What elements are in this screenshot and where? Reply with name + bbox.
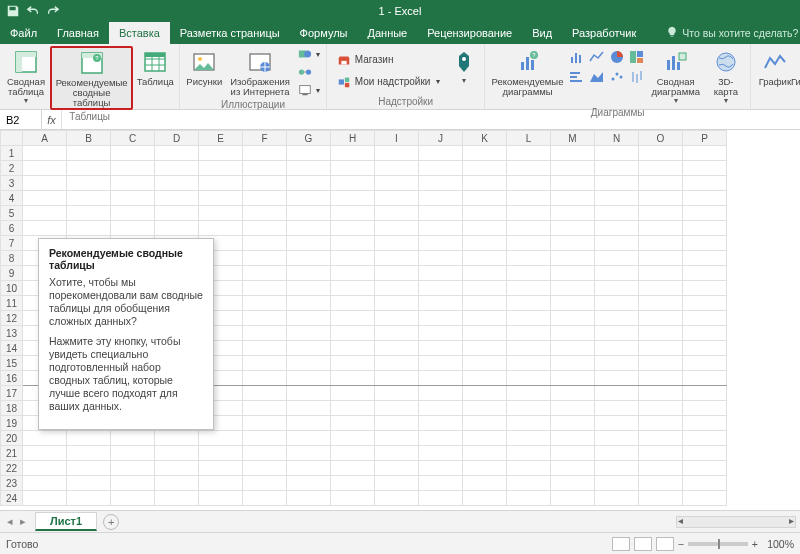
- add-sheet-button[interactable]: +: [103, 514, 119, 530]
- cell[interactable]: [507, 431, 551, 446]
- cell[interactable]: [331, 311, 375, 326]
- column-header[interactable]: B: [67, 131, 111, 146]
- cell[interactable]: [683, 146, 727, 161]
- cell[interactable]: [595, 146, 639, 161]
- cell[interactable]: [639, 251, 683, 266]
- cell[interactable]: [67, 161, 111, 176]
- cell[interactable]: [67, 431, 111, 446]
- cell[interactable]: [551, 281, 595, 296]
- cell[interactable]: [155, 146, 199, 161]
- smartart-button[interactable]: [296, 64, 322, 80]
- cell[interactable]: [111, 191, 155, 206]
- cell[interactable]: [507, 371, 551, 386]
- cell[interactable]: [595, 311, 639, 326]
- row-header[interactable]: 7: [1, 236, 23, 251]
- cell[interactable]: [331, 446, 375, 461]
- cell[interactable]: [683, 446, 727, 461]
- row-header[interactable]: 17: [1, 386, 23, 401]
- cell[interactable]: [507, 386, 551, 401]
- cell[interactable]: [507, 161, 551, 176]
- cell[interactable]: [375, 146, 419, 161]
- column-header[interactable]: N: [595, 131, 639, 146]
- undo-icon[interactable]: [26, 4, 40, 18]
- cell[interactable]: [199, 206, 243, 221]
- row-header[interactable]: 23: [1, 476, 23, 491]
- tab-file[interactable]: Файл: [0, 22, 47, 44]
- online-pictures-button[interactable]: Изображения из Интернета: [226, 46, 294, 98]
- cell[interactable]: [287, 311, 331, 326]
- cell[interactable]: [463, 161, 507, 176]
- cell[interactable]: [419, 206, 463, 221]
- treemap-chart-button[interactable]: [628, 48, 646, 66]
- cell[interactable]: [463, 176, 507, 191]
- cell[interactable]: [287, 176, 331, 191]
- cell[interactable]: [507, 311, 551, 326]
- sheet-tab[interactable]: Лист1: [35, 512, 97, 531]
- cell[interactable]: [683, 161, 727, 176]
- cell[interactable]: [683, 326, 727, 341]
- cell[interactable]: [419, 341, 463, 356]
- cell[interactable]: [199, 191, 243, 206]
- cell[interactable]: [419, 191, 463, 206]
- cell[interactable]: [683, 266, 727, 281]
- cell[interactable]: [419, 266, 463, 281]
- cell[interactable]: [243, 191, 287, 206]
- cell[interactable]: [331, 236, 375, 251]
- save-icon[interactable]: [6, 4, 20, 18]
- sheet-nav-prev-icon[interactable]: ◂: [4, 515, 16, 528]
- cell[interactable]: [375, 236, 419, 251]
- cell[interactable]: [67, 146, 111, 161]
- cell[interactable]: [595, 251, 639, 266]
- cell[interactable]: [287, 416, 331, 431]
- cell[interactable]: [683, 491, 727, 506]
- cell[interactable]: [111, 221, 155, 236]
- cell[interactable]: [507, 491, 551, 506]
- cell[interactable]: [243, 401, 287, 416]
- cell[interactable]: [639, 266, 683, 281]
- cell[interactable]: [551, 176, 595, 191]
- cell[interactable]: [551, 326, 595, 341]
- cell[interactable]: [331, 386, 375, 401]
- column-header[interactable]: F: [243, 131, 287, 146]
- table-button[interactable]: Таблица: [135, 46, 175, 110]
- cell[interactable]: [595, 191, 639, 206]
- cell[interactable]: [463, 311, 507, 326]
- cell[interactable]: [595, 236, 639, 251]
- cell[interactable]: [111, 161, 155, 176]
- row-header[interactable]: 14: [1, 341, 23, 356]
- cell[interactable]: [639, 341, 683, 356]
- cell[interactable]: [463, 476, 507, 491]
- row-header[interactable]: 11: [1, 296, 23, 311]
- view-page-layout-button[interactable]: [634, 537, 652, 551]
- cell[interactable]: [67, 176, 111, 191]
- cell[interactable]: [639, 356, 683, 371]
- tab-page-layout[interactable]: Разметка страницы: [170, 22, 290, 44]
- cell[interactable]: [419, 281, 463, 296]
- bing-maps-button[interactable]: [448, 46, 480, 95]
- cell[interactable]: [375, 206, 419, 221]
- cell[interactable]: [639, 146, 683, 161]
- tab-formulas[interactable]: Формулы: [290, 22, 358, 44]
- row-header[interactable]: 4: [1, 191, 23, 206]
- cell[interactable]: [463, 356, 507, 371]
- scatter-chart-button[interactable]: [608, 68, 626, 86]
- cell[interactable]: [639, 296, 683, 311]
- cell[interactable]: [155, 206, 199, 221]
- cell[interactable]: [639, 176, 683, 191]
- cell[interactable]: [331, 476, 375, 491]
- cell[interactable]: [155, 191, 199, 206]
- column-header[interactable]: C: [111, 131, 155, 146]
- cell[interactable]: [287, 326, 331, 341]
- cell[interactable]: [375, 266, 419, 281]
- cell[interactable]: [375, 446, 419, 461]
- cell[interactable]: [243, 341, 287, 356]
- cell[interactable]: [23, 146, 67, 161]
- cell[interactable]: [155, 221, 199, 236]
- column-header[interactable]: O: [639, 131, 683, 146]
- cell[interactable]: [419, 161, 463, 176]
- cell[interactable]: [23, 491, 67, 506]
- cell[interactable]: [683, 311, 727, 326]
- cell[interactable]: [331, 221, 375, 236]
- column-header[interactable]: P: [683, 131, 727, 146]
- cell[interactable]: [375, 491, 419, 506]
